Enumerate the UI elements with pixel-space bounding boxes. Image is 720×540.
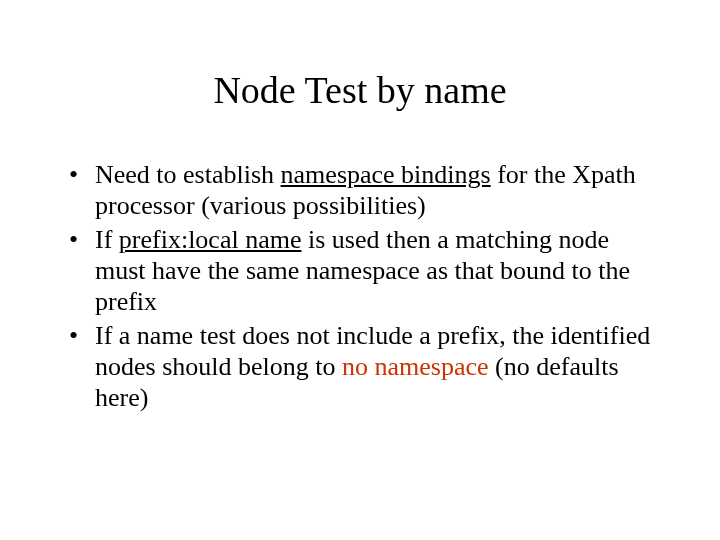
- highlighted-text: no namespace: [342, 352, 489, 381]
- underlined-text: namespace bindings: [281, 160, 491, 189]
- underlined-text: prefix:local name: [119, 225, 302, 254]
- text: Need to establish: [95, 160, 281, 189]
- slide: Node Test by name Need to establish name…: [0, 0, 720, 540]
- slide-title: Node Test by name: [55, 68, 665, 112]
- bullet-list: Need to establish namespace bindings for…: [65, 160, 665, 413]
- text: If: [95, 225, 119, 254]
- list-item: If prefix:local name is used then a matc…: [65, 225, 665, 317]
- list-item: Need to establish namespace bindings for…: [65, 160, 665, 221]
- list-item: If a name test does not include a prefix…: [65, 321, 665, 413]
